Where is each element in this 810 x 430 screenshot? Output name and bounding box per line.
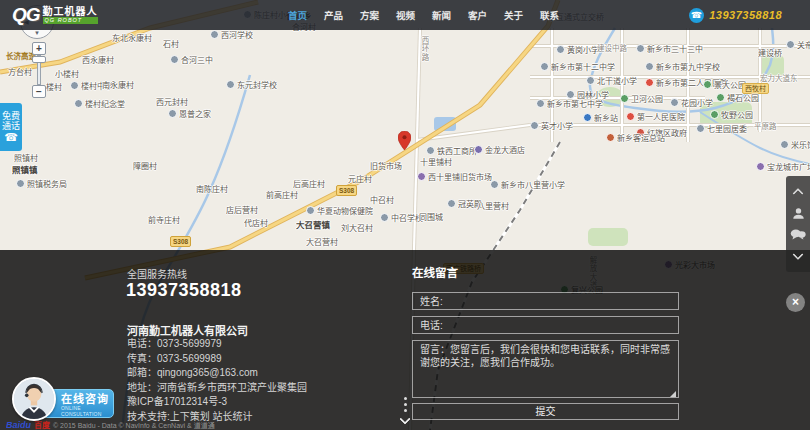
side-toolbar	[786, 176, 810, 272]
dot	[404, 409, 407, 412]
nav-item[interactable]: 方案	[360, 8, 379, 22]
chevron-down-icon	[792, 249, 803, 260]
online-consult-subtitle: ONLINE CONSULTATION	[61, 405, 113, 417]
toolbar-contact-button[interactable]	[790, 205, 806, 221]
phone-input[interactable]	[412, 316, 679, 334]
top-nav: QG 勤工机器人 QG ROBOT 首页产品方案视频新闻客户关于联系 ☎ 139…	[0, 0, 810, 30]
textarea-resize-handle[interactable]	[670, 391, 676, 397]
nav-links: 首页产品方案视频新闻客户关于联系	[288, 0, 559, 30]
nav-item[interactable]: 视频	[396, 8, 415, 22]
nav-item[interactable]: 联系	[540, 8, 559, 22]
close-button[interactable]: ×	[786, 293, 805, 312]
chat-bubbles-icon	[790, 228, 806, 241]
nav-item[interactable]: 产品	[324, 8, 343, 22]
contact-line: 电话：0373-5699979	[127, 337, 307, 352]
message-form-title: 在线留言	[412, 264, 458, 280]
toolbar-scroll-down-button[interactable]	[790, 248, 806, 264]
contact-line: 邮箱：qingong365@163.com	[127, 366, 307, 381]
name-input[interactable]	[412, 292, 679, 310]
toolbar-chat-button[interactable]	[790, 227, 806, 243]
logo-name-cn: 勤工机器人	[43, 6, 98, 17]
contact-line: 地址：河南省新乡市西环卫滨产业聚集园	[127, 381, 307, 396]
logo-name-en: QG ROBOT	[43, 17, 98, 24]
chevron-down-icon	[399, 413, 410, 424]
scroll-down-indicator[interactable]	[398, 394, 412, 423]
chevron-up-icon	[792, 188, 803, 199]
nav-item[interactable]: 首页	[288, 8, 307, 22]
online-consult-title: 在线咨询	[61, 393, 113, 405]
hotline-number: 13937358818	[126, 280, 242, 301]
dot	[404, 397, 407, 400]
contact-line: 传真：0373-5699989	[127, 352, 307, 367]
agent-photo	[14, 379, 54, 419]
brand-logo[interactable]: QG 勤工机器人 QG ROBOT	[12, 4, 98, 26]
message-textarea[interactable]	[412, 340, 679, 398]
attribution-text: © 2015 Baidu - Data © NavInfo & CenNavi …	[53, 420, 215, 430]
submit-button[interactable]: 提交	[412, 403, 679, 420]
contact-person-icon	[791, 206, 806, 221]
hotline-label: 全国服务热线	[127, 266, 187, 281]
footer: 全国服务热线 13937358818 河南勤工机器人有限公司 电话：0373-5…	[0, 0, 810, 430]
nav-phone-block: ☎ 13937358818	[689, 0, 782, 30]
dot	[404, 403, 407, 406]
service-agent-avatar[interactable]	[12, 377, 56, 421]
contact-lines: 电话：0373-5699979传真：0373-5699989邮箱：qingong…	[127, 337, 307, 424]
nav-item[interactable]: 关于	[504, 8, 523, 22]
contact-line: 豫ICP备17012314号-3	[127, 395, 307, 410]
logo-qg-text: QG	[12, 4, 40, 26]
company-name: 河南勤工机器人有限公司	[127, 322, 248, 338]
page: 陈庄村小学合河乡合河村环宇互通式立交桥东北永康村石村西河学校长济高速方台村西永康…	[0, 0, 810, 430]
baidu-logo: Baidu	[6, 420, 31, 430]
nav-item[interactable]: 客户	[468, 8, 487, 22]
phone-icon: ☎	[689, 8, 704, 23]
nav-phone-number: 13937358818	[709, 9, 782, 21]
toolbar-scroll-up-button[interactable]	[790, 184, 806, 200]
nav-item[interactable]: 新闻	[432, 8, 451, 22]
